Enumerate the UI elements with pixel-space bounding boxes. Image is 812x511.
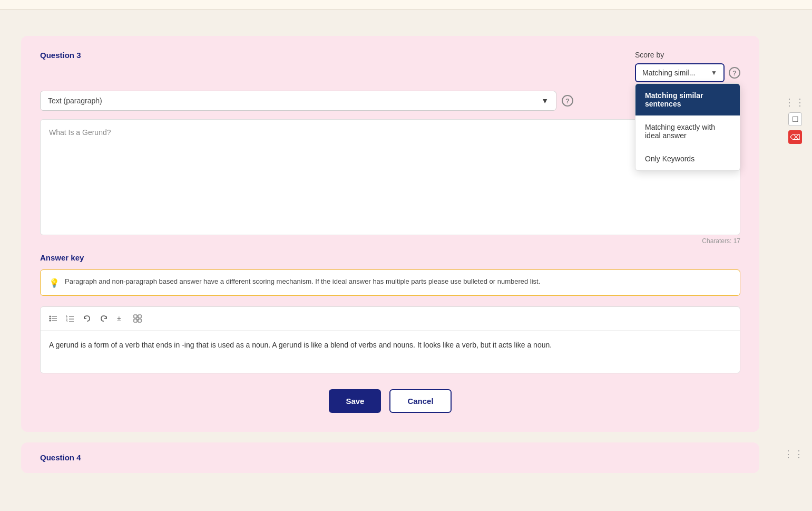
action-buttons: Save Cancel (40, 389, 740, 413)
score-by-label: Score by (635, 51, 664, 59)
question3-label: Question 3 (40, 51, 81, 60)
outer-wrapper: Question 3 Score by Matching simil... ▼ … (0, 36, 812, 473)
svg-rect-7 (69, 316, 74, 317)
embed-icon (133, 314, 142, 323)
score-by-controls: Matching simil... ▼ Matching similar sen… (635, 63, 740, 82)
toolbar-strikethrough-btn[interactable]: ± (113, 311, 128, 326)
toolbar-undo-btn[interactable] (80, 311, 94, 326)
toolbar-ordered-list-btn[interactable]: 1. 2. 3. (63, 311, 77, 326)
type-dropdown-arrow-icon: ▼ (541, 97, 549, 105)
svg-rect-15 (134, 319, 137, 322)
top-bar (0, 0, 812, 9)
dropdown-item-keywords[interactable]: Only Keywords (635, 147, 740, 170)
q4-drag-handle[interactable]: ⋮⋮ (784, 448, 805, 460)
checkbox-icon: ☐ (792, 115, 799, 123)
question-text-content: What Is a Gerund? (49, 128, 111, 137)
svg-text:3.: 3. (66, 320, 68, 323)
svg-rect-9 (69, 319, 74, 320)
svg-rect-11 (69, 322, 74, 322)
checkbox-btn[interactable]: ☐ (788, 112, 802, 126)
score-dropdown-value: Matching simil... (642, 69, 707, 77)
char-count: Charaters: 17 (40, 237, 740, 245)
ordered-list-icon: 1. 2. 3. (66, 314, 74, 323)
info-banner: 💡 Paragraph and non-paragraph based answ… (40, 269, 740, 296)
undo-icon (83, 314, 91, 323)
question4-label: Question 4 (40, 453, 81, 462)
editor-toolbar: 1. 2. 3. (41, 307, 740, 331)
strikethrough-icon: ± (116, 314, 125, 323)
type-help-icon[interactable]: ? (562, 95, 573, 107)
right-controls: ⋮⋮ ☐ ⌫ (785, 97, 806, 144)
dropdown-item-exact[interactable]: Matching exactly with ideal answer (635, 115, 740, 147)
answer-editor: 1. 2. 3. (40, 306, 740, 373)
svg-rect-14 (138, 315, 141, 318)
question4-card: Question 4 (21, 442, 759, 473)
toolbar-unordered-list-btn[interactable] (46, 311, 61, 326)
unordered-list-icon (49, 314, 57, 323)
score-dropdown-menu: Matching similar sentences Matching exac… (635, 83, 740, 171)
save-button[interactable]: Save (329, 389, 381, 413)
score-help-icon[interactable]: ? (729, 67, 740, 79)
svg-rect-5 (52, 321, 57, 321)
svg-point-2 (50, 318, 51, 320)
dropdown-item-similar[interactable]: Matching similar sentences (635, 84, 740, 115)
editor-text: A gerund is a form of a verb that ends i… (49, 341, 552, 349)
score-dropdown-arrow-icon: ▼ (711, 69, 717, 76)
info-message-text: Paragraph and non-paragraph based answer… (65, 277, 540, 285)
svg-rect-3 (52, 319, 57, 319)
page-wrapper: Question 3 Score by Matching simil... ▼ … (0, 0, 812, 511)
svg-rect-1 (52, 316, 57, 317)
cancel-button[interactable]: Cancel (389, 389, 451, 413)
question3-card: Question 3 Score by Matching simil... ▼ … (21, 36, 759, 432)
toolbar-redo-btn[interactable] (96, 311, 111, 326)
question-type-dropdown[interactable]: Text (paragraph) ▼ (40, 91, 556, 111)
svg-point-4 (50, 320, 51, 322)
drag-handle-icon[interactable]: ⋮⋮ (785, 97, 806, 108)
svg-point-0 (50, 316, 51, 317)
svg-text:±: ± (117, 314, 121, 323)
q4-drag-icon: ⋮⋮ (784, 449, 805, 459)
question-type-value: Text (paragraph) (48, 97, 102, 105)
question-header: Question 3 Score by Matching simil... ▼ … (40, 51, 740, 82)
delete-icon: ⌫ (790, 133, 800, 141)
answer-key-label: Answer key (40, 253, 740, 262)
bulb-icon: 💡 (49, 278, 60, 288)
delete-btn[interactable]: ⌫ (788, 130, 802, 144)
score-by-dropdown[interactable]: Matching simil... ▼ Matching similar sen… (635, 63, 725, 82)
svg-rect-13 (134, 315, 137, 318)
score-by-section: Score by Matching simil... ▼ Matching si… (635, 51, 740, 82)
editor-content[interactable]: A gerund is a form of a verb that ends i… (41, 331, 740, 373)
svg-rect-16 (138, 319, 141, 322)
redo-icon (100, 314, 108, 323)
toolbar-embed-btn[interactable] (130, 311, 145, 326)
